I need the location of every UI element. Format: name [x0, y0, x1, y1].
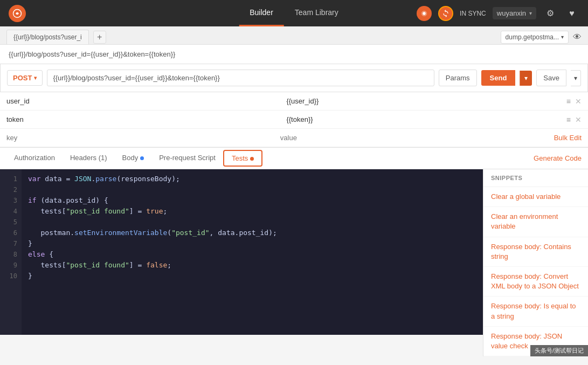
- settings-icon[interactable]: ⚙: [543, 6, 558, 21]
- snippet-clear-global[interactable]: Clear a global variable: [483, 187, 588, 207]
- code-line-1: var data = JSON.parse(responseBody);: [28, 174, 476, 184]
- param-value-placeholder[interactable]: [274, 129, 548, 147]
- username-label: wuyanxin: [497, 9, 526, 17]
- code-line-9: tests["post_id found"] = false;: [28, 260, 476, 271]
- line-7: 7: [0, 238, 22, 249]
- send-dropdown-button[interactable]: ▾: [520, 71, 532, 86]
- tab-builder[interactable]: Builder: [239, 0, 284, 26]
- user-menu[interactable]: wuyanxin ▾: [493, 7, 536, 19]
- tab-authorization[interactable]: Authorization: [6, 148, 63, 168]
- line-10: 10: [0, 271, 22, 281]
- line-numbers: 1 2 3 4 5 6 7 8 9 10: [0, 169, 22, 335]
- method-chevron-icon: ▾: [34, 75, 37, 81]
- snippet-clear-env[interactable]: Clear an environment variable: [483, 207, 588, 237]
- request-tabs-bar: Authorization Headers (1) Body Pre-reque…: [0, 148, 588, 169]
- method-select[interactable]: POST ▾: [7, 70, 43, 86]
- main-content: 1 2 3 4 5 6 7 8 9 10 var data = JSON.par…: [0, 169, 588, 356]
- sync-icon: [438, 6, 453, 21]
- line-6: 6: [0, 228, 22, 238]
- tab-headers[interactable]: Headers (1): [63, 148, 115, 168]
- tab-tests[interactable]: Tests: [223, 150, 262, 167]
- line-2: 2: [0, 184, 22, 195]
- param-key-1[interactable]: [0, 92, 280, 110]
- url-tab[interactable]: {{url}}/blog/posts?user_i: [6, 30, 89, 44]
- generate-code-button[interactable]: Generate Code: [534, 154, 582, 162]
- nav-logo: [9, 5, 26, 22]
- bulk-edit-button[interactable]: Bulk Edit: [548, 129, 588, 147]
- env-chevron-icon: ▾: [561, 34, 564, 40]
- code-line-2: [28, 184, 476, 195]
- line-9: 9: [0, 260, 22, 271]
- tab-prerequest[interactable]: Pre-request Script: [151, 148, 223, 168]
- line-4: 4: [0, 206, 22, 217]
- param-row-1: ≡ ✕: [0, 92, 588, 111]
- param-reorder-icon-2[interactable]: ≡: [566, 115, 571, 124]
- url-bar-area: {{url}}/blog/posts?user_i + dump.getpost…: [0, 26, 588, 45]
- line-3: 3: [0, 195, 22, 206]
- save-button[interactable]: Save: [536, 70, 566, 86]
- method-label: POST: [13, 74, 32, 82]
- params-button[interactable]: Params: [439, 70, 477, 86]
- code-line-3: if (data.post_id) {: [28, 195, 476, 206]
- tab-team-library[interactable]: Team Library: [284, 0, 349, 26]
- body-dot: [140, 156, 144, 160]
- param-delete-icon-1[interactable]: ✕: [575, 97, 582, 106]
- url-right: dump.getpostma... ▾ 👁: [501, 31, 582, 44]
- code-line-10: }: [28, 271, 476, 281]
- add-tab-button[interactable]: +: [93, 31, 106, 44]
- param-actions-2: ≡ ✕: [560, 115, 588, 124]
- code-line-8: else {: [28, 249, 476, 260]
- watermark: 头条号/测试帮日记: [530, 345, 588, 356]
- param-delete-icon-2[interactable]: ✕: [575, 115, 582, 124]
- param-value-2[interactable]: [280, 111, 559, 128]
- nav-tabs: Builder Team Library: [239, 0, 349, 26]
- line-8: 8: [0, 249, 22, 260]
- param-reorder-icon-1[interactable]: ≡: [566, 97, 571, 106]
- code-line-4: tests["post_id found"] = true;: [28, 206, 476, 217]
- tests-dot: [250, 157, 254, 161]
- full-url-display: {{url}}/blog/posts?user_id={{user_id}}&t…: [0, 45, 588, 64]
- user-chevron-icon: ▾: [529, 10, 532, 16]
- code-line-6: postman.setEnvironmentVariable("post_id"…: [28, 228, 476, 238]
- line-1: 1: [0, 174, 22, 184]
- code-line-7: }: [28, 238, 476, 249]
- snippet-response-equal[interactable]: Response body: Is equal to a string: [483, 297, 588, 326]
- code-content: var data = JSON.parse(responseBody); if …: [22, 169, 483, 335]
- param-actions-1: ≡ ✕: [560, 97, 588, 106]
- param-row-placeholder: Bulk Edit: [0, 129, 588, 147]
- tab-body[interactable]: Body: [115, 148, 152, 168]
- param-key-placeholder[interactable]: [0, 129, 274, 147]
- environment-select[interactable]: dump.getpostma... ▾: [501, 31, 569, 44]
- top-nav: Builder Team Library IN SYNC wuyanxin ▾ …: [0, 0, 588, 26]
- param-value-1[interactable]: [280, 92, 559, 110]
- svg-point-2: [423, 12, 425, 15]
- env-label: dump.getpostma...: [506, 33, 559, 41]
- param-row-2: ≡ ✕: [0, 111, 588, 129]
- send-button[interactable]: Send: [481, 70, 516, 86]
- param-key-2[interactable]: [0, 111, 280, 128]
- snippets-title: SNIPPETS: [483, 169, 588, 187]
- snippets-panel: SNIPPETS Clear a global variable Clear a…: [483, 169, 588, 356]
- sync-label: IN SYNC: [460, 10, 486, 17]
- snippet-response-xml[interactable]: Response body: Convert XML body to a JSO…: [483, 267, 588, 297]
- save-dropdown-button[interactable]: ▾: [571, 70, 581, 86]
- params-table: ≡ ✕ ≡ ✕ Bulk Edit: [0, 92, 588, 148]
- request-url-input[interactable]: [47, 70, 434, 86]
- eye-button[interactable]: 👁: [573, 32, 582, 42]
- request-bar: POST ▾ Params Send ▾ Save ▾: [0, 64, 588, 92]
- line-5: 5: [0, 217, 22, 228]
- heart-icon[interactable]: ♥: [564, 6, 579, 21]
- code-editor[interactable]: 1 2 3 4 5 6 7 8 9 10 var data = JSON.par…: [0, 169, 483, 335]
- nav-right: IN SYNC wuyanxin ▾ ⚙ ♥: [417, 6, 579, 21]
- snippet-response-contains[interactable]: Response body: Contains string: [483, 237, 588, 267]
- postman-icon: [417, 6, 432, 21]
- full-url-text: {{url}}/blog/posts?user_id={{user_id}}&t…: [9, 50, 175, 58]
- code-line-5: [28, 217, 476, 228]
